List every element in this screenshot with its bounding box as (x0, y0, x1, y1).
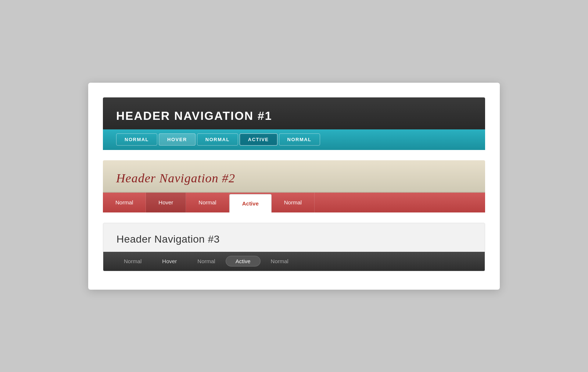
nav1-header: HEADER NAVIGATION #1 (103, 97, 485, 129)
nav2-section: Header Navigation #2 Normal Hover Normal… (103, 160, 485, 212)
nav3-bar: Normal Hover Normal Active Normal (103, 252, 485, 271)
nav3-item-normal-3[interactable]: Normal (261, 256, 299, 267)
nav2-title: Header Navigation #2 (116, 171, 235, 185)
nav3-item-hover[interactable]: Hover (152, 256, 187, 267)
nav3-item-normal-2[interactable]: Normal (187, 256, 225, 267)
nav2-item-hover[interactable]: Hover (146, 193, 186, 212)
nav1-item-hover[interactable]: HOVER (159, 133, 196, 146)
nav1-item-normal-1[interactable]: NORMAL (116, 133, 157, 146)
nav2-item-normal-1[interactable]: Normal (103, 193, 146, 212)
nav2-item-normal-3[interactable]: Normal (272, 193, 315, 212)
nav3-header: Header Navigation #3 (103, 223, 485, 252)
nav2-item-normal-2[interactable]: Normal (186, 193, 229, 212)
nav3-item-normal-1[interactable]: Normal (114, 256, 152, 267)
nav1-title: HEADER NAVIGATION #1 (116, 109, 272, 122)
nav1-bar: NORMAL HOVER NORMAL ACTIVE NORMAL (103, 129, 485, 150)
nav1-item-normal-3[interactable]: NORMAL (279, 133, 320, 146)
nav3-item-active[interactable]: Active (226, 256, 261, 267)
nav3-section: Header Navigation #3 Normal Hover Normal… (103, 223, 485, 271)
nav2-item-active[interactable]: Active (229, 194, 272, 212)
nav1-section: HEADER NAVIGATION #1 NORMAL HOVER NORMAL… (103, 97, 485, 150)
nav2-header: Header Navigation #2 (103, 160, 485, 193)
nav3-title: Header Navigation #3 (116, 233, 220, 245)
main-card: HEADER NAVIGATION #1 NORMAL HOVER NORMAL… (88, 83, 500, 290)
nav1-item-normal-2[interactable]: NORMAL (197, 133, 238, 146)
nav1-item-active[interactable]: ACTIVE (240, 133, 277, 146)
nav2-bar: Normal Hover Normal Active Normal (103, 193, 485, 212)
